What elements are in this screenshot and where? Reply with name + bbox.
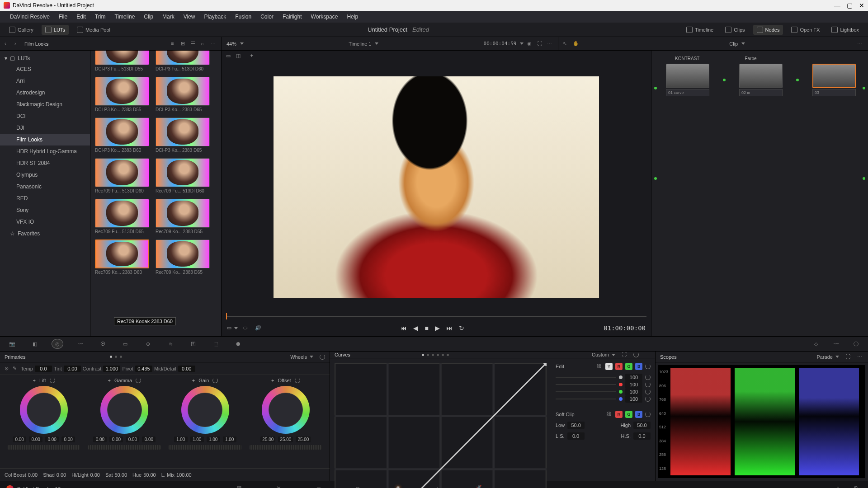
curves-dropdown-icon[interactable] (612, 354, 615, 356)
grid-view-icon[interactable]: ⊞ (181, 41, 187, 47)
info-icon[interactable]: ⓘ (850, 339, 862, 349)
hue-value[interactable]: 50.00 (143, 472, 156, 478)
l-mix-value[interactable]: 100.00 (176, 472, 192, 478)
wheels-mode-label[interactable]: Wheels (290, 354, 307, 360)
sidebar-item-panasonic[interactable]: Panasonic (0, 181, 90, 192)
curves-graph[interactable] (330, 358, 551, 488)
close-button[interactable]: ✕ (859, 2, 864, 9)
sidebar-item-red[interactable]: RED (0, 192, 90, 204)
lut-thumb[interactable]: DCI-P3 Fu... 513DI D60 (156, 51, 210, 71)
channel-b-button[interactable]: B (635, 363, 642, 370)
sc-low-value[interactable]: 50.0 (567, 422, 585, 429)
split-icon[interactable]: ◫ (236, 53, 242, 59)
image-wipe-icon[interactable]: ▭ (226, 53, 232, 59)
page-color-icon[interactable]: ◉ (396, 485, 404, 488)
page-cut-icon[interactable]: ✂ (277, 485, 285, 488)
media-pool-toggle[interactable]: Media Pool (73, 25, 114, 35)
open-fx-toggle[interactable]: Open FX (788, 25, 823, 35)
channel-y-button[interactable]: Y (605, 363, 613, 370)
scopes-mode-label[interactable]: Parade (817, 354, 833, 360)
channel-r-button[interactable]: R (615, 363, 623, 370)
sc-high-value[interactable]: 50.0 (633, 422, 651, 429)
gamma-reset-icon[interactable] (136, 378, 141, 383)
edit-reset-icon[interactable] (645, 364, 651, 369)
lut-thumb[interactable]: Rec709 Fu... 513DI D60 (156, 158, 210, 193)
lut-thumb[interactable]: Rec709 Ko... 2383 D60 (95, 239, 149, 275)
graph-input[interactable] (654, 87, 657, 89)
picker-icon[interactable]: ⊙ (5, 366, 11, 372)
viewer-options-icon[interactable]: ⋯ (547, 41, 553, 47)
curves-reset-icon[interactable] (633, 352, 639, 357)
expand-icon[interactable]: ⛶ (622, 352, 628, 358)
timeline-toggle[interactable]: Timeline (683, 25, 717, 35)
channel-g-button[interactable]: G (625, 363, 632, 370)
loop-button[interactable]: ↻ (459, 324, 464, 332)
minimize-button[interactable]: — (834, 2, 840, 9)
lift-master[interactable] (8, 445, 80, 450)
primaries-reset-icon[interactable] (320, 354, 325, 360)
play-button[interactable]: ▶ (435, 324, 440, 332)
awb-icon[interactable]: ✎ (13, 366, 19, 372)
col-boost-value[interactable]: 0.00 (28, 472, 38, 478)
curve-reset-icon[interactable] (645, 382, 651, 387)
page-fairlight-icon[interactable]: ♪ (436, 485, 444, 488)
stop-button[interactable]: ■ (425, 324, 428, 332)
picker-icon[interactable]: + (271, 378, 274, 383)
loop-range-icon[interactable]: ⬭ (243, 325, 250, 331)
color-wheels-palette-icon[interactable]: ◎ (52, 339, 63, 349)
curve-reset-icon[interactable] (645, 375, 651, 380)
curve-intensity-value[interactable]: 100 (625, 381, 642, 388)
lut-thumb[interactable]: DCI-P3 Ko... 2383 D65 (156, 77, 210, 112)
sidebar-item-hdr-st-2084[interactable]: HDR ST 2084 (0, 157, 90, 169)
color-node-02[interactable]: 02 iii (739, 64, 783, 96)
fullscreen-icon[interactable]: ⛶ (537, 41, 543, 47)
viewer-canvas[interactable] (222, 61, 651, 313)
viewer-zoom[interactable]: 44% (226, 41, 236, 47)
waveform-icon[interactable]: 〰 (830, 339, 842, 349)
back-icon[interactable]: ‹ (5, 41, 11, 47)
lift-reset-icon[interactable] (50, 378, 55, 383)
list-view-icon[interactable]: ☰ (191, 41, 197, 47)
node-options-icon[interactable]: ⋯ (857, 41, 863, 47)
goto-end-button[interactable]: ⏭ (446, 324, 453, 332)
sc-g-button[interactable]: G (625, 411, 632, 418)
sidebar-item-aces[interactable]: ACES (0, 63, 90, 75)
sidebar-item-arri[interactable]: Arri (0, 75, 90, 87)
sidebar-item-film-looks[interactable]: Film Looks (0, 134, 90, 145)
offset-master[interactable] (250, 445, 322, 450)
sc-ls-value[interactable]: 0.0 (567, 432, 585, 440)
unmix-icon[interactable]: ▭ (227, 325, 233, 331)
picker-icon[interactable]: + (108, 378, 111, 383)
lut-thumb[interactable]: DCI-P3 Ko... 2383 D55 (95, 77, 149, 112)
timeline-name[interactable]: Timeline 1 (349, 41, 371, 47)
sidebar-item-astrodesign[interactable]: Astrodesign (0, 87, 90, 99)
pivot-value[interactable]: 0.435 (135, 366, 152, 372)
menu-view[interactable]: View (179, 14, 200, 20)
curves-mode-label[interactable]: Custom (592, 352, 609, 357)
link-icon[interactable]: ⛓ (596, 363, 603, 370)
gain-wheel[interactable]: +Gain1.001.001.001.00 (165, 378, 245, 465)
sat-value[interactable]: 50.00 (114, 472, 127, 478)
forward-icon[interactable]: › (14, 41, 21, 47)
gain-master[interactable] (169, 445, 241, 450)
highlight-icon[interactable]: ✦ (250, 53, 256, 59)
options-icon[interactable]: ⋯ (211, 41, 217, 47)
menu-trim[interactable]: Trim (90, 14, 110, 20)
sc-r-button[interactable]: R (615, 411, 623, 418)
menu-fusion[interactable]: Fusion (231, 14, 256, 20)
sidebar-item-hdr-hybrid-log-gamma[interactable]: HDR Hybrid Log-Gamma (0, 145, 90, 157)
lut-thumb[interactable]: Rec709 Ko... 2383 D55 (156, 199, 210, 234)
node-graph[interactable]: KONTRAST Farbe 01 curve02 iii03 (651, 51, 868, 336)
curve-intensity-value[interactable]: 100 (625, 388, 642, 395)
tint-value[interactable]: 0.00 (64, 366, 81, 372)
lift-wheel[interactable]: +Lift0.000.000.000.00 (4, 378, 84, 465)
scopes-options-icon[interactable]: ⋯ (857, 354, 863, 360)
menu-color[interactable]: Color (256, 14, 278, 20)
page-edit-icon[interactable]: ☰ (316, 485, 325, 488)
sidebar-item-dji[interactable]: DJI (0, 122, 90, 134)
sidebar-item-sony[interactable]: Sony (0, 204, 90, 216)
lut-thumb[interactable]: DCI-P3 Fu... 513DI D55 (95, 51, 149, 71)
nodes-toggle[interactable]: Nodes (753, 25, 783, 35)
mode-dropdown-icon[interactable] (741, 42, 745, 45)
graph-output[interactable] (863, 87, 865, 89)
